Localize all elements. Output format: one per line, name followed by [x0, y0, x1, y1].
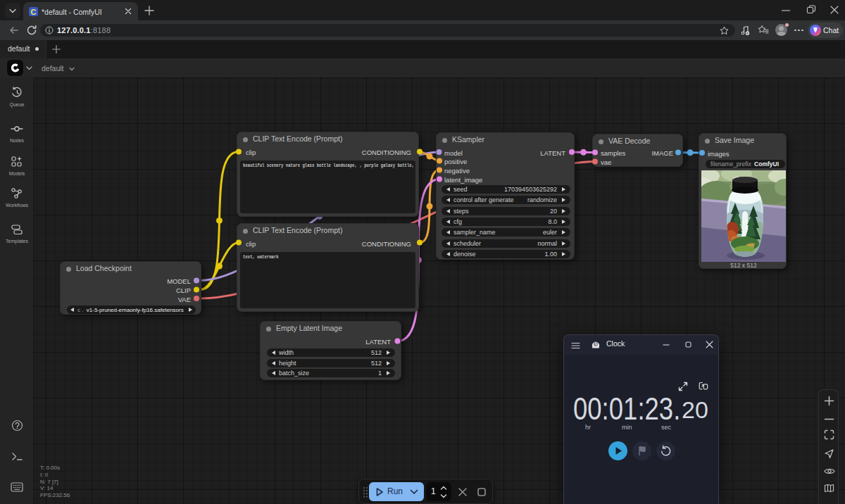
svg-text:C: C	[31, 8, 37, 16]
